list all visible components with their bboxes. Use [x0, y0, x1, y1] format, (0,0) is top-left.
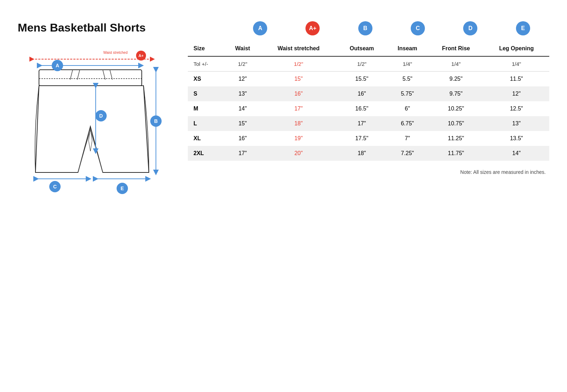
- outseam-xs: 15.5": [337, 72, 386, 87]
- badge-cell-d: D: [444, 21, 496, 35]
- leg-opening-xs: 11.5": [484, 72, 549, 87]
- badge-aplus-icon: A+: [305, 21, 320, 35]
- table-row-xs: XS 12" 15" 15.5" 5.5" 9.25" 11.5": [188, 72, 549, 87]
- page-container: Mens Basketball Shorts: [18, 21, 549, 218]
- leg-opening-2xl: 14": [484, 146, 549, 161]
- outseam-l: 17": [337, 116, 386, 131]
- svg-text:A+: A+: [139, 53, 144, 58]
- left-section: Mens Basketball Shorts: [18, 21, 167, 218]
- front-rise-xl: 11.25": [428, 131, 484, 146]
- table-row-tol: Tol +/- 1/2" 1/2" 1/2" 1/4" 1/4" 1/4": [188, 56, 549, 72]
- inseam-m: 6": [387, 101, 428, 116]
- right-section: A A+ B C D E Size Waist: [188, 21, 549, 175]
- tol-inseam: 1/4": [387, 56, 428, 72]
- leg-opening-s: 12": [484, 86, 549, 101]
- waist-s: 13": [225, 86, 260, 101]
- badge-cell-a: A: [234, 21, 286, 35]
- shorts-diagram: A A+ Waist stretched B C D: [18, 41, 167, 218]
- inseam-l: 6.75": [387, 116, 428, 131]
- waist-str-xs: 15": [260, 72, 337, 87]
- waist-str-m: 17": [260, 101, 337, 116]
- badge-a-icon: A: [253, 21, 267, 35]
- table-row-s: S 13" 16" 16" 5.75" 9.75" 12": [188, 86, 549, 101]
- svg-rect-0: [39, 70, 142, 86]
- table-row-2xl: 2XL 17" 20" 18" 7.25" 11.75" 14": [188, 146, 549, 161]
- badge-b-icon: B: [358, 21, 372, 35]
- table-row-xl: XL 16" 19" 17.5" 7" 11.25" 13.5": [188, 131, 549, 146]
- svg-text:A: A: [56, 63, 59, 68]
- outseam-s: 16": [337, 86, 386, 101]
- waist-str-2xl: 20": [260, 146, 337, 161]
- col-header-outseam: Outseam: [337, 41, 386, 56]
- badge-cell-c: C: [392, 21, 444, 35]
- leg-opening-l: 13": [484, 116, 549, 131]
- inseam-2xl: 7.25": [387, 146, 428, 161]
- waist-xs: 12": [225, 72, 260, 87]
- table-header-row: Size Waist Waist stretched Outseam Insea…: [188, 41, 549, 56]
- leg-opening-xl: 13.5": [484, 131, 549, 146]
- svg-line-5: [110, 70, 112, 80]
- svg-text:B: B: [154, 118, 158, 124]
- waist-2xl: 17": [225, 146, 260, 161]
- table-row-m: M 14" 17" 16.5" 6" 10.25" 12.5": [188, 101, 549, 116]
- waist-l: 15": [225, 116, 260, 131]
- leg-opening-m: 12.5": [484, 101, 549, 116]
- tol-waist-stretched: 1/2": [260, 56, 337, 72]
- badge-cell-b: B: [339, 21, 392, 35]
- size-l: L: [188, 116, 225, 131]
- svg-line-3: [77, 70, 80, 80]
- svg-text:C: C: [53, 184, 57, 189]
- outseam-m: 16.5": [337, 101, 386, 116]
- inseam-xl: 7": [387, 131, 428, 146]
- inseam-s: 5.75": [387, 86, 428, 101]
- col-header-waist-stretched: Waist stretched: [260, 41, 337, 56]
- badges-row: A A+ B C D E: [188, 21, 549, 35]
- badge-d-icon: D: [463, 21, 477, 35]
- front-rise-l: 10.75": [428, 116, 484, 131]
- table-row-l: L 15" 18" 17" 6.75" 10.75" 13": [188, 116, 549, 131]
- tol-front-rise: 1/4": [428, 56, 484, 72]
- size-s: S: [188, 86, 225, 101]
- waist-str-l: 18": [260, 116, 337, 131]
- col-header-front-rise: Front Rise: [428, 41, 484, 56]
- col-header-waist: Waist: [225, 41, 260, 56]
- size-xl: XL: [188, 131, 225, 146]
- size-2xl: 2XL: [188, 146, 225, 161]
- size-table: Size Waist Waist stretched Outseam Insea…: [188, 41, 549, 161]
- front-rise-xs: 9.25": [428, 72, 484, 87]
- waist-str-s: 16": [260, 86, 337, 101]
- tol-label: Tol +/-: [188, 56, 225, 72]
- tol-leg-opening: 1/4": [484, 56, 549, 72]
- tol-outseam: 1/2": [337, 56, 386, 72]
- note-text: Note: All sizes are measured in inches.: [188, 169, 549, 175]
- svg-text:Waist stretched: Waist stretched: [103, 51, 128, 55]
- badge-e-icon: E: [516, 21, 530, 35]
- svg-line-2: [70, 70, 73, 80]
- badge-c-icon: C: [411, 21, 425, 35]
- page-title: Mens Basketball Shorts: [18, 21, 167, 34]
- outseam-2xl: 18": [337, 146, 386, 161]
- badge-cell-aplus: A+: [286, 21, 339, 35]
- waist-m: 14": [225, 101, 260, 116]
- diagram-wrapper: A A+ Waist stretched B C D: [18, 41, 167, 218]
- svg-text:E: E: [120, 186, 124, 191]
- front-rise-2xl: 11.75": [428, 146, 484, 161]
- waist-xl: 16": [225, 131, 260, 146]
- outseam-xl: 17.5": [337, 131, 386, 146]
- front-rise-s: 9.75": [428, 86, 484, 101]
- col-header-leg-opening: Leg Opening: [484, 41, 549, 56]
- svg-text:D: D: [99, 113, 103, 119]
- col-header-size: Size: [188, 41, 225, 56]
- waist-str-xl: 19": [260, 131, 337, 146]
- tol-waist: 1/2": [225, 56, 260, 72]
- col-header-inseam: Inseam: [387, 41, 428, 56]
- size-xs: XS: [188, 72, 225, 87]
- front-rise-m: 10.25": [428, 101, 484, 116]
- inseam-xs: 5.5": [387, 72, 428, 87]
- size-m: M: [188, 101, 225, 116]
- badge-cell-e: E: [497, 21, 549, 35]
- svg-line-4: [103, 70, 105, 80]
